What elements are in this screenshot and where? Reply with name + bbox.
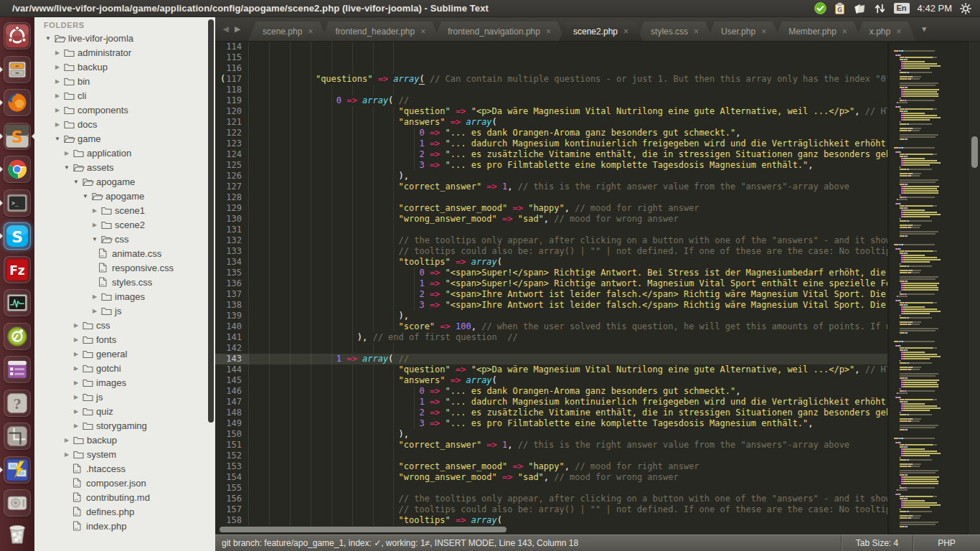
sidebar-item-bin[interactable]: ▶bin (34, 74, 215, 88)
sidebar-item-storygaming[interactable]: ▶storygaming (34, 418, 215, 433)
tab-close-icon[interactable]: × (420, 28, 425, 35)
minimap[interactable] (887, 42, 968, 534)
sidebar-item-apogame[interactable]: ▼apogame (34, 174, 215, 189)
sidebar-item-scene2[interactable]: ▶scene2 (34, 217, 215, 232)
chevron-down-icon[interactable]: ▼ (82, 193, 89, 199)
code-line-150[interactable]: 150 ), (215, 429, 887, 440)
code-line-129[interactable]: 129 "correct_answer_mood" => "happy", //… (215, 203, 887, 214)
code-line-131[interactable]: 131 (215, 225, 887, 235)
code-line-136[interactable]: 136 1 => "<span>Super!</span> Richtige a… (215, 278, 887, 289)
code-line-127[interactable]: 127 "correct_answer" => 1, // this is th… (215, 182, 887, 192)
launcher-item-terminal[interactable]: >_ (4, 189, 31, 217)
launcher-item-help-viewer[interactable]: ? (4, 390, 31, 417)
code-line-135[interactable]: 135 0 => "<span>Super!</span> Richtige A… (215, 268, 887, 278)
chevron-right-icon[interactable]: ▶ (54, 78, 61, 85)
status-tab-size[interactable]: Tab Size: 4 (841, 535, 913, 551)
history-back-button[interactable]: ◀ (223, 24, 229, 34)
code-line-137[interactable]: 137 2 => "<span>Ihre Antwort ist leider … (215, 289, 887, 300)
chevron-right-icon[interactable]: ▶ (72, 336, 80, 343)
clock[interactable]: 4:42 PM (918, 1, 952, 16)
chevron-right-icon[interactable]: ▶ (72, 322, 80, 329)
code-line-152[interactable]: 152 (215, 451, 887, 461)
launcher-item-screenshot-tool[interactable] (4, 423, 31, 450)
chevron-right-icon[interactable]: ▶ (91, 293, 98, 300)
tab-frontend-header.php[interactable]: frontend_header.php× (321, 22, 440, 41)
chevron-down-icon[interactable]: ▼ (54, 136, 61, 142)
sidebar-item-composer.json[interactable]: composer.json (34, 476, 215, 490)
chevron-right-icon[interactable]: ▶ (72, 351, 80, 357)
code-line-158[interactable]: 158 "tooltips" => array( (215, 515, 887, 526)
code-line-141[interactable]: 141 ), // end of first question // (215, 332, 887, 343)
code-line-147[interactable]: 147 1 => "... dadurch Magnesium kontinui… (215, 397, 887, 408)
code-line-140[interactable]: 140 "score" => 100, // when the user sol… (215, 321, 887, 332)
code-line-151[interactable]: 151 "correct_answer" => 1, // this is th… (215, 440, 887, 451)
tab-close-icon[interactable]: × (623, 28, 628, 35)
code-line-157[interactable]: 157 // tooltips could also be: array() |… (215, 504, 887, 515)
sidebar-item-docs[interactable]: ▶docs (34, 117, 215, 131)
code-line-132[interactable]: 132 // the tooltips only appear, after c… (215, 235, 887, 246)
sidebar-item-live-vifor-joomla[interactable]: ▼live-vifor-joomla (34, 31, 215, 45)
sidebar-item-game[interactable]: ▼game (34, 131, 215, 146)
code-area[interactable]: 114 115 116 (117 "questions" => array( /… (215, 42, 887, 534)
sidebar-item-assets[interactable]: ▼assets (34, 160, 215, 174)
chevron-right-icon[interactable]: ▶ (72, 380, 80, 386)
status-syntax[interactable]: PHP (913, 535, 980, 551)
sidebar-item-general[interactable]: ▶general (34, 347, 215, 361)
tab-scene2.php[interactable]: scene2.php× (559, 22, 643, 41)
chevron-right-icon[interactable]: ▶ (63, 437, 70, 443)
history-forward-button[interactable]: ▶ (235, 24, 240, 34)
sticky-notes-icon[interactable] (853, 1, 866, 16)
chevron-right-icon[interactable]: ▶ (54, 93, 61, 99)
chevron-right-icon[interactable]: ▶ (91, 222, 98, 228)
tab-member.php[interactable]: Member.php× (774, 22, 862, 41)
code-line-126[interactable]: 126 ), (215, 171, 887, 182)
tab-styles.css[interactable]: styles.css× (636, 22, 713, 41)
code-line-117[interactable]: (117 "questions" => array( // Can contai… (215, 74, 887, 85)
sidebar-item-system[interactable]: ▶system (34, 447, 215, 461)
code-line-155[interactable]: 155 (215, 483, 887, 494)
sidebar-item-.htaccess[interactable]: .htaccess (34, 461, 215, 476)
sidebar-item-responsive.css[interactable]: responsive.css (34, 260, 215, 275)
code-line-144[interactable]: 144 "question" => "<p>Da wäre Magnesium … (215, 364, 887, 375)
sidebar-item-fonts[interactable]: ▶fonts (34, 332, 215, 347)
chevron-right-icon[interactable]: ▶ (91, 308, 98, 314)
sidebar-item-animate.css[interactable]: animate.css (34, 246, 215, 260)
chevron-right-icon[interactable]: ▶ (63, 150, 70, 156)
code-line-142[interactable]: 142 (215, 343, 887, 354)
tab-close-icon[interactable]: × (308, 28, 313, 35)
launcher-item-filezilla[interactable]: Fz (4, 256, 31, 283)
chevron-right-icon[interactable]: ▶ (72, 365, 80, 372)
code-line-133[interactable]: 133 // tooltips could also be: array() |… (215, 246, 887, 257)
sidebar-item-components[interactable]: ▶components (34, 103, 215, 117)
tab-close-icon[interactable]: × (546, 28, 551, 35)
tab-close-icon[interactable]: × (761, 28, 766, 35)
sidebar-item-images[interactable]: ▶images (34, 375, 215, 390)
sidebar-item-apogame[interactable]: ▼apogame (34, 189, 215, 203)
tab-user.php[interactable]: User.php× (707, 22, 781, 41)
sidebar-item-defines.php[interactable]: defines.php (34, 504, 215, 519)
tab-frontend-navigation.php[interactable]: frontend_navigation.php× (433, 22, 565, 41)
code-line-143[interactable]: 143 1 => array( // (215, 354, 887, 364)
code-line-122[interactable]: 122 0 => "... es dank Orangen-Aroma ganz… (215, 128, 887, 138)
launcher-item-ubuntu-dash[interactable] (4, 22, 31, 50)
code-line-115[interactable]: 115 (215, 52, 887, 63)
code-line-128[interactable]: 128 (215, 192, 887, 203)
code-line-121[interactable]: 121 "answers" => array( (215, 117, 887, 128)
sidebar-scrollbar[interactable] (208, 19, 214, 423)
launcher-item-disk-utility[interactable] (4, 489, 31, 517)
code-line-146[interactable]: 146 0 => "... es dank Orangen-Aroma ganz… (215, 386, 887, 397)
sidebar-item-quiz[interactable]: ▶quiz (34, 404, 215, 418)
code-line-134[interactable]: 134 "tooltips" => array( (215, 257, 887, 268)
code-line-138[interactable]: 138 3 => "<span>Ihre Antwort ist leider … (215, 300, 887, 311)
code-line-124[interactable]: 124 2 => "... es zusätzliche Vitamine en… (215, 149, 887, 160)
tab-x.php[interactable]: x.php× (855, 22, 915, 41)
editor[interactable]: 114 115 116 (117 "questions" => array( /… (215, 42, 980, 534)
code-line-125[interactable]: 125 3 => "... es pro Filmtablette eine k… (215, 160, 887, 171)
sidebar-item-styles.css[interactable]: styles.css (34, 275, 215, 289)
code-line-148[interactable]: 148 2 => "... es zusätzliche Vitamine en… (215, 408, 887, 418)
sidebar-item-backup[interactable]: ▶backup (34, 433, 215, 447)
sidebar-item-cli[interactable]: ▶cli (34, 88, 215, 103)
launcher-item-trash[interactable] (4, 519, 31, 547)
code-line-145[interactable]: 145 "answers" => array( (215, 375, 887, 386)
tab-scene.php[interactable]: scene.php× (248, 22, 327, 41)
